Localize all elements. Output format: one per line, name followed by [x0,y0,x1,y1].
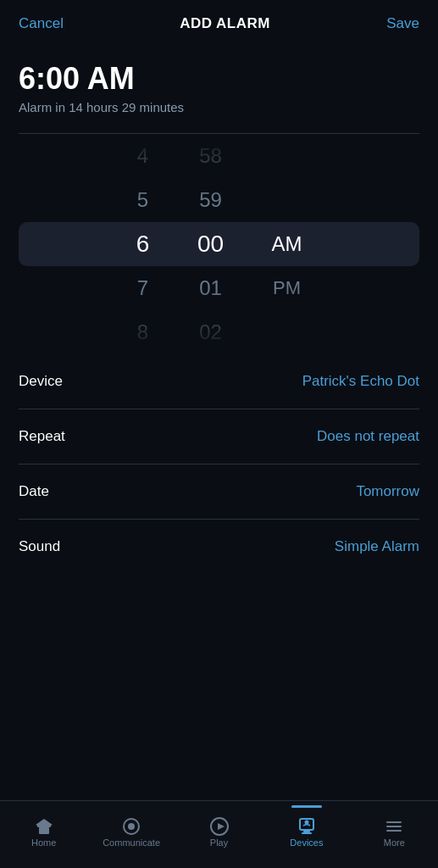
svg-rect-16 [386,826,402,827]
svg-marker-4 [36,819,53,825]
nav-play[interactable]: Play [175,815,263,848]
devices-icon [296,815,318,837]
sound-label: Sound [19,538,60,555]
nav-home[interactable]: Home [0,815,87,848]
svg-point-8 [128,823,135,830]
date-value[interactable]: Tomorrow [356,483,419,500]
repeat-value[interactable]: Does not repeat [317,428,419,445]
more-nav-label: More [384,837,405,848]
device-row[interactable]: Device Patrick's Echo Dot [19,354,419,409]
home-nav-label: Home [31,837,56,848]
minute-item: 01 [177,266,245,310]
minute-item: 02 [177,310,245,354]
hour-selected: 6 [109,222,177,266]
picker-columns: 3 4 5 6 7 8 9 57 58 59 00 01 02 03 [0,134,438,354]
svg-rect-13 [302,832,312,834]
more-icon [383,815,405,837]
cancel-button[interactable]: Cancel [19,15,64,32]
communicate-nav-label: Communicate [103,837,160,848]
svg-marker-10 [218,823,225,830]
sound-value[interactable]: Simple Alarm [335,538,419,555]
alarm-time-section: 6:00 AM Alarm in 14 hours 29 minutes [0,44,438,133]
svg-rect-17 [386,830,402,832]
repeat-label: Repeat [19,428,65,445]
page-title: ADD ALARM [180,15,270,32]
devices-nav-label: Devices [290,837,323,848]
communicate-icon [120,815,142,837]
nav-more[interactable]: More [351,815,438,848]
hour-item: 8 [109,310,177,354]
svg-point-14 [304,820,308,824]
home-icon [33,815,55,837]
time-picker[interactable]: 3 4 5 6 7 8 9 57 58 59 00 01 02 03 [0,134,438,354]
minute-selected: 00 [177,222,245,266]
svg-rect-15 [386,821,402,823]
nav-devices[interactable]: Devices [263,815,350,848]
minute-item: 59 [177,178,245,222]
alarm-countdown: Alarm in 14 hours 29 minutes [19,100,419,114]
ampm-column[interactable]: AM PM [245,134,330,354]
ampm-am: AM [245,222,330,266]
date-row[interactable]: Date Tomorrow [19,465,419,520]
repeat-row[interactable]: Repeat Does not repeat [19,409,419,465]
hour-item: 4 [109,134,177,178]
svg-rect-12 [303,830,310,832]
active-indicator [291,805,322,808]
save-button[interactable]: Save [386,15,419,32]
play-nav-label: Play [210,837,228,848]
hour-column[interactable]: 3 4 5 6 7 8 9 [109,134,177,354]
minute-column[interactable]: 57 58 59 00 01 02 03 [177,134,245,354]
sound-row[interactable]: Sound Simple Alarm [19,520,419,574]
minute-item: 58 [177,134,245,178]
settings-section: Device Patrick's Echo Dot Repeat Does no… [0,354,438,574]
play-icon [208,815,230,837]
date-label: Date [19,483,49,500]
hour-item: 7 [109,266,177,310]
bottom-nav: Home Communicate Play [0,800,438,868]
svg-rect-6 [42,831,47,834]
ampm-pm: PM [245,266,330,310]
hour-item: 5 [109,178,177,222]
alarm-time-display: 6:00 AM [19,61,419,97]
device-label: Device [19,373,63,390]
header: Cancel ADD ALARM Save [0,0,438,44]
nav-communicate[interactable]: Communicate [87,815,175,848]
device-value[interactable]: Patrick's Echo Dot [302,373,419,390]
